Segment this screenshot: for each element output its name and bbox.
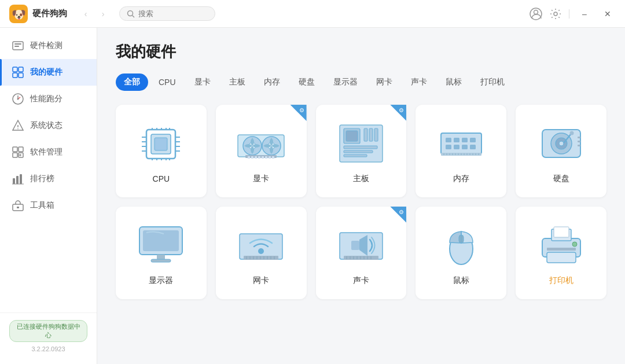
tab-gpu[interactable]: 显卡 [186,73,219,91]
hardware-card-cpu[interactable]: CPU [116,105,207,197]
tab-disk[interactable]: 硬盘 [291,73,323,91]
svg-point-112 [258,248,264,254]
tab-nic[interactable]: 网卡 [368,73,400,91]
svg-rect-141 [554,227,569,237]
svg-rect-65 [272,156,274,159]
svg-rect-126 [344,256,378,260]
category-tabs: 全部 CPU 显卡 主板 内存 硬盘 显示器 网卡 声卡 鼠标 打印机 [116,73,606,91]
sound-settings-badge: ⚙ [390,207,406,223]
monitor-icon [135,222,187,269]
gpu-label: 显卡 [253,174,269,184]
content-area: 我的硬件 全部 CPU 显卡 主板 内存 硬盘 显示器 网卡 声卡 鼠标 打印机 [97,28,625,364]
svg-rect-20 [19,147,23,152]
mouse-label: 鼠标 [453,275,469,286]
svg-rect-82 [462,145,468,149]
tab-motherboard[interactable]: 主板 [221,73,253,91]
svg-rect-27 [20,174,22,184]
hardware-card-motherboard[interactable]: ⚙ [316,105,407,197]
hardware-grid: CPU ⚙ [116,105,606,299]
svg-point-2 [128,10,133,16]
svg-point-6 [554,12,557,16]
toolbox-icon [12,199,24,212]
tab-mouse[interactable]: 鼠标 [438,73,470,91]
svg-rect-77 [454,138,459,142]
svg-rect-62 [262,156,264,159]
svg-rect-10 [13,67,17,72]
sound-label: 声卡 [353,275,369,286]
svg-rect-59 [251,156,253,159]
sidebar-label-my-hardware: 我的硬件 [30,67,62,78]
system-status-icon [12,119,24,132]
disk-icon [535,120,587,167]
sidebar-label-ranking: 排行榜 [30,174,54,184]
svg-rect-57 [245,155,277,158]
tab-sound[interactable]: 声卡 [403,73,435,91]
sidebar-item-hardware-check[interactable]: 硬件检测 [0,32,97,59]
svg-rect-72 [344,146,377,149]
search-bar[interactable] [119,6,215,21]
sidebar-item-my-hardware[interactable]: 我的硬件 [0,59,97,86]
hardware-card-nic[interactable]: 网卡 [216,207,307,299]
user-icon[interactable] [530,8,542,20]
sidebar-item-benchmark[interactable]: 性能跑分 [0,86,97,112]
hardware-card-memory[interactable]: 内存 [416,105,506,197]
logo-icon: 🐶 [9,5,28,23]
cpu-icon [135,121,187,167]
sidebar-version: 3.2.22.0923 [9,345,87,352]
tab-memory[interactable]: 内存 [256,73,288,91]
page-title: 我的硬件 [116,42,606,62]
nic-label: 网卡 [253,275,269,286]
svg-rect-139 [547,252,576,263]
svg-rect-64 [269,156,271,159]
svg-text:🐶: 🐶 [12,8,26,21]
hardware-card-monitor[interactable]: 显示器 [116,207,207,299]
svg-rect-76 [446,138,451,142]
svg-rect-58 [248,156,250,159]
sidebar-bottom: 已连接硬件狗狗数据中心 3.2.22.0923 [0,312,97,359]
software-mgmt-icon [12,146,24,159]
svg-rect-111 [240,234,282,259]
tab-monitor[interactable]: 显示器 [325,73,366,91]
sidebar: 硬件检测 我的硬件 [0,28,97,364]
svg-rect-30 [17,207,19,208]
tab-printer[interactable]: 打印机 [472,73,513,91]
app-title: 硬件狗狗 [32,8,67,19]
svg-rect-73 [344,150,373,153]
sidebar-label-hardware-check: 硬件检测 [30,41,62,51]
search-icon [127,10,135,18]
nav-back[interactable]: ‹ [79,7,93,21]
nav-forward[interactable]: › [96,7,110,21]
svg-rect-63 [265,156,267,159]
svg-rect-11 [19,67,23,72]
close-button[interactable]: ✕ [600,6,616,22]
svg-rect-80 [446,145,451,149]
memory-label: 内存 [453,174,469,184]
tab-all[interactable]: 全部 [116,73,148,91]
sidebar-label-software-mgmt: 软件管理 [30,147,62,157]
printer-label: 打印机 [549,275,573,286]
minimize-button[interactable]: – [576,6,593,22]
hardware-card-disk[interactable]: 硬盘 [516,105,606,197]
svg-rect-113 [244,256,278,260]
title-bar: 🐶 硬件狗狗 ‹ › – ✕ [0,0,625,28]
hardware-card-printer[interactable]: 打印机 [516,207,606,299]
motherboard-label: 主板 [353,174,369,184]
hardware-card-gpu[interactable]: ⚙ [216,105,307,197]
svg-rect-12 [13,73,17,78]
svg-rect-8 [14,43,21,45]
svg-rect-69 [364,128,367,141]
hardware-card-mouse[interactable]: 鼠标 [416,207,506,299]
svg-point-103 [569,131,573,135]
svg-rect-105 [578,141,580,142]
sidebar-item-ranking[interactable]: 排行榜 [0,166,97,192]
sidebar-item-software-mgmt[interactable]: 软件管理 [0,139,97,166]
sidebar-item-toolbox[interactable]: 工具箱 [0,192,97,219]
search-input[interactable] [138,9,208,18]
sidebar-item-system-status[interactable]: 系统状态 [0,112,97,139]
svg-rect-60 [255,156,257,159]
svg-point-15 [17,98,19,100]
settings-icon[interactable] [549,8,562,20]
app-logo: 🐶 硬件狗狗 [9,5,67,23]
tab-cpu[interactable]: CPU [150,74,184,90]
hardware-card-sound[interactable]: ⚙ [316,207,407,299]
